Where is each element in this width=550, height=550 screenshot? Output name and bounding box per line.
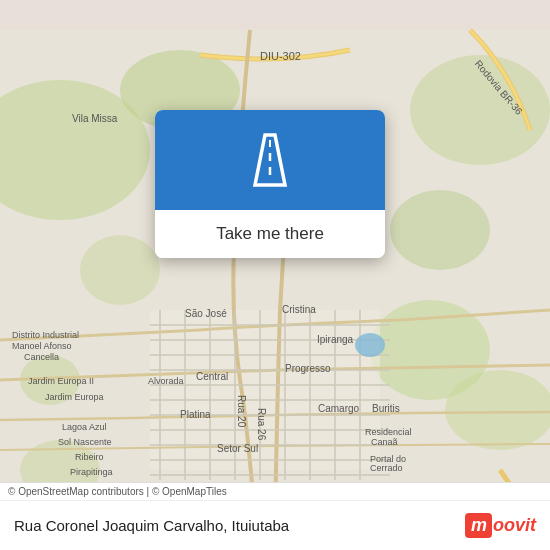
action-card: Take me there — [155, 110, 385, 258]
svg-text:Cerrado: Cerrado — [370, 463, 403, 473]
svg-point-7 — [80, 235, 160, 305]
attribution-bar: © OpenStreetMap contributors | © OpenMap… — [0, 482, 550, 500]
svg-text:Cancella: Cancella — [24, 352, 59, 362]
svg-text:Rua 26: Rua 26 — [256, 408, 267, 441]
svg-text:Jardim Europa II: Jardim Europa II — [28, 376, 94, 386]
svg-text:Sol Nascente: Sol Nascente — [58, 437, 112, 447]
map-container: DIU-302 Rodovia BR-36 Vila Missa São Jos… — [0, 0, 550, 550]
svg-text:Ipiranga: Ipiranga — [317, 334, 354, 345]
svg-text:Manoel Afonso: Manoel Afonso — [12, 341, 72, 351]
road-icon — [235, 125, 305, 195]
moovit-logo: m oovit — [465, 513, 536, 538]
svg-text:Camargo: Camargo — [318, 403, 360, 414]
moovit-logo-m: m — [465, 513, 492, 538]
svg-text:Buritis: Buritis — [372, 403, 400, 414]
svg-text:Progresso: Progresso — [285, 363, 331, 374]
address-bar: Rua Coronel Joaquim Carvalho, Ituiutaba … — [0, 500, 550, 550]
moovit-logo-text: oovit — [493, 515, 536, 536]
card-icon-area — [155, 110, 385, 210]
bottom-bar: © OpenStreetMap contributors | © OpenMap… — [0, 482, 550, 550]
svg-text:Jardim Europa: Jardim Europa — [45, 392, 104, 402]
svg-point-32 — [355, 333, 385, 357]
svg-text:Rua 20: Rua 20 — [236, 395, 247, 428]
attribution-text: © OpenStreetMap contributors | © OpenMap… — [8, 486, 227, 497]
svg-text:Distrito Industrial: Distrito Industrial — [12, 330, 79, 340]
address-text: Rua Coronel Joaquim Carvalho, Ituiutaba — [14, 517, 465, 534]
svg-text:Platina: Platina — [180, 409, 211, 420]
svg-point-4 — [390, 190, 490, 270]
svg-text:Ribeiro: Ribeiro — [75, 452, 104, 462]
svg-text:Pirapitinga: Pirapitinga — [70, 467, 113, 477]
map-background: DIU-302 Rodovia BR-36 Vila Missa São Jos… — [0, 0, 550, 550]
svg-text:Residencial: Residencial — [365, 427, 412, 437]
svg-text:Setor Sul: Setor Sul — [217, 443, 258, 454]
svg-text:DIU-302: DIU-302 — [260, 50, 301, 62]
svg-text:Cristina: Cristina — [282, 304, 316, 315]
svg-text:Canaã: Canaã — [371, 437, 398, 447]
svg-text:Lagoa Azul: Lagoa Azul — [62, 422, 107, 432]
svg-point-6 — [445, 370, 550, 450]
svg-text:Alvorada: Alvorada — [148, 376, 184, 386]
svg-text:Vila Missa: Vila Missa — [72, 113, 118, 124]
svg-text:São José: São José — [185, 308, 227, 319]
take-me-there-button[interactable]: Take me there — [155, 210, 385, 258]
svg-text:Central: Central — [196, 371, 228, 382]
